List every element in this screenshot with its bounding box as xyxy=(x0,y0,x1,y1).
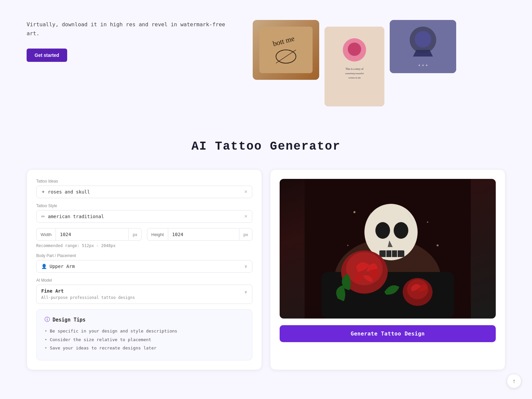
width-label: Width xyxy=(37,229,56,240)
model-chevron-icon: ∨ xyxy=(244,290,247,294)
svg-point-12 xyxy=(415,31,431,48)
hero-description: Virtually, download it in high res and r… xyxy=(27,20,226,38)
ai-model-label: AI Model xyxy=(36,278,252,283)
svg-text:written in ink: written in ink xyxy=(348,76,361,79)
height-label: Height xyxy=(147,229,168,240)
svg-marker-13 xyxy=(413,50,433,57)
width-field[interactable]: Width px xyxy=(36,228,142,241)
tattoo-art-3: ✦ ✦ ✦ xyxy=(390,20,456,73)
tattoo-preview-2: This is a story of something beautiful w… xyxy=(325,27,384,106)
tattoo-ideas-label: Tattoo Ideas xyxy=(36,179,252,184)
height-field[interactable]: Height px xyxy=(147,228,252,241)
tip-item-2: Consider the size relative to placement xyxy=(45,336,244,343)
body-part-label: Body Part / Placement xyxy=(36,253,252,258)
get-started-button[interactable]: Get started xyxy=(27,49,67,62)
tattoo-ideas-input[interactable] xyxy=(48,189,244,195)
svg-point-32 xyxy=(347,245,348,246)
ai-model-field: AI Model Fine Art All-purpose profession… xyxy=(36,278,252,304)
clear-ideas-icon[interactable]: × xyxy=(244,189,247,195)
tips-title: Design Tips xyxy=(53,317,85,323)
tattoo-ideas-input-wrap[interactable]: ✦ × xyxy=(36,186,252,198)
tattoo-art-2: This is a story of something beautiful w… xyxy=(325,27,384,106)
svg-text:something beautiful: something beautiful xyxy=(345,72,364,75)
body-part-select[interactable]: 👤 Upper Arm ∨ xyxy=(36,260,252,273)
body-part-chevron-icon: ∨ xyxy=(244,264,247,269)
width-unit: px xyxy=(128,229,141,240)
height-unit: px xyxy=(239,229,252,240)
svg-text:✦ ✦ ✦: ✦ ✦ ✦ xyxy=(418,64,428,67)
body-part-field: Body Part / Placement 👤 Upper Arm ∨ xyxy=(36,253,252,273)
svg-point-20 xyxy=(375,222,390,239)
tattoo-style-input-wrap[interactable]: ✏ × xyxy=(36,210,252,223)
person-icon: 👤 xyxy=(41,264,47,269)
generated-image xyxy=(280,179,496,319)
form-panel: Tattoo Ideas ✦ × Tattoo Style ✏ × xyxy=(27,169,262,370)
svg-point-6 xyxy=(348,43,361,56)
ai-model-select[interactable]: Fine Art All-purpose professional tattoo… xyxy=(36,285,252,304)
svg-point-30 xyxy=(353,211,355,213)
height-input[interactable] xyxy=(168,228,239,240)
dimensions-row: Width px Height px xyxy=(36,228,252,241)
how-section: How Does AI Tattoo Generator Work? xyxy=(27,390,505,399)
svg-text:This is a story of: This is a story of xyxy=(345,67,363,70)
clear-style-icon[interactable]: × xyxy=(244,214,247,219)
svg-point-21 xyxy=(394,222,408,239)
result-panel: Generate Tattoo Design xyxy=(270,169,505,370)
model-desc: All-purpose professional tattoo designs xyxy=(41,295,135,300)
tattoo-preview-3: ✦ ✦ ✦ xyxy=(390,20,456,73)
tips-list: Be specific in your design and style des… xyxy=(45,328,244,351)
tip-item-1: Be specific in your design and style des… xyxy=(45,328,244,334)
tips-header: ⓘ Design Tips xyxy=(45,316,244,323)
scroll-to-top-button[interactable]: ↑ xyxy=(507,374,521,388)
design-tips: ⓘ Design Tips Be specific in your design… xyxy=(36,309,252,360)
tattoo-svg xyxy=(280,179,496,319)
style-icon: ✏ xyxy=(41,214,45,219)
generate-button[interactable]: Generate Tattoo Design xyxy=(280,325,496,342)
model-info: Fine Art All-purpose professional tattoo… xyxy=(41,288,244,300)
recommended-range-text: Recommended range: 512px - 2048px xyxy=(36,243,252,248)
tips-info-icon: ⓘ xyxy=(45,316,50,323)
tip-item-3: Save your ideas to recreate designs late… xyxy=(45,345,244,351)
tattoo-style-field: Tattoo Style ✏ × xyxy=(36,203,252,223)
ideas-icon: ✦ xyxy=(41,189,45,195)
scroll-up-icon: ↑ xyxy=(513,378,516,385)
svg-point-33 xyxy=(437,244,439,246)
width-input[interactable] xyxy=(56,228,128,240)
section-title: AI Tattoo Generator xyxy=(27,140,505,153)
model-name: Fine Art xyxy=(41,288,244,294)
tattoo-style-label: Tattoo Style xyxy=(36,203,252,208)
tattoo-style-input[interactable] xyxy=(48,214,244,219)
body-part-value: Upper Arm xyxy=(50,264,244,269)
svg-point-31 xyxy=(427,221,428,223)
tattoo-art-1: bott me xyxy=(259,27,313,73)
tattoo-preview-1: bott me xyxy=(253,20,319,80)
tattoo-ideas-field: Tattoo Ideas ✦ × xyxy=(36,179,252,198)
